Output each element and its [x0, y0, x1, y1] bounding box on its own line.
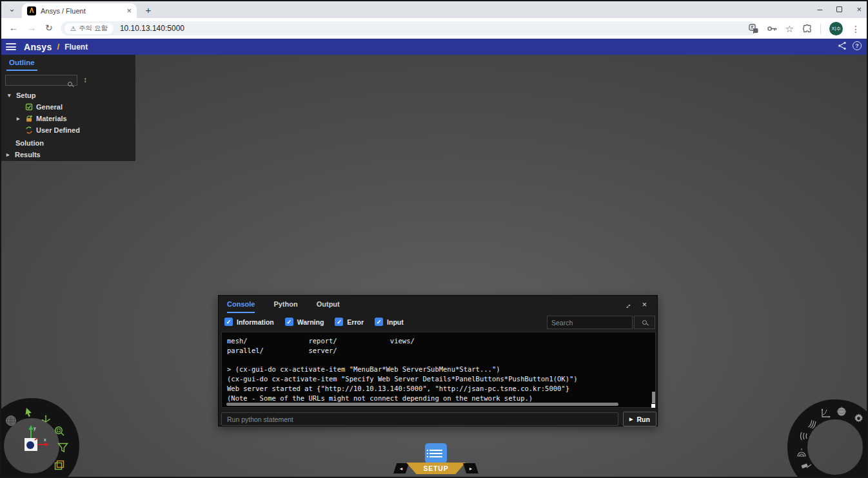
tab-python[interactable]: Python — [273, 300, 297, 313]
forward-icon[interactable]: → — [27, 23, 36, 33]
console-search-input[interactable] — [547, 316, 633, 329]
translate-icon[interactable] — [749, 24, 758, 33]
browser-window: ⌄ Λ Ansys / Fluent × + – × ← → ↻ ⚠ 주의 요함… — [0, 0, 868, 478]
password-key-icon[interactable] — [767, 24, 777, 33]
tab-console[interactable]: Console — [227, 300, 255, 313]
tree-label: User Defined — [36, 126, 80, 134]
app-header: Ansys / Fluent ? — [1, 39, 867, 55]
general-icon — [25, 103, 33, 111]
checkbox-checked-icon[interactable]: ✓ — [285, 318, 293, 326]
filter-input[interactable]: ✓ Input — [375, 318, 404, 326]
filter-label: Information — [237, 318, 274, 326]
checkbox-checked-icon[interactable]: ✓ — [335, 318, 343, 326]
tree-item-materials[interactable]: ▸ Materials — [17, 113, 67, 124]
console-search-button[interactable] — [634, 316, 655, 329]
zoom-box-icon[interactable] — [54, 426, 65, 437]
tree-item-setup[interactable]: ▾ Setup — [8, 90, 36, 100]
url-text[interactable]: 10.10.13.140:5000 — [120, 24, 184, 33]
scrollbar-corner — [651, 404, 655, 408]
share-icon[interactable] — [838, 41, 847, 50]
checkbox-checked-icon[interactable]: ✓ — [224, 318, 233, 326]
horizontal-scrollbar[interactable] — [226, 403, 618, 406]
panel-expand-icon[interactable]: ↔ — [622, 300, 633, 311]
run-label: Run — [636, 416, 649, 423]
tree-item-general[interactable]: General — [25, 102, 63, 112]
brand-divider: / — [57, 42, 60, 52]
streamlines-icon[interactable] — [807, 419, 817, 429]
svg-text:x: x — [44, 437, 46, 442]
ansys-favicon: Λ — [27, 6, 36, 15]
axis-triad: y x — [15, 421, 52, 457]
workflow-step-badge[interactable]: SETUP — [406, 463, 466, 474]
tab-list-chevron-icon[interactable]: ⌄ — [8, 4, 15, 14]
address-bar[interactable]: ⚠ 주의 요함 10.10.13.140:5000 — [61, 21, 757, 35]
play-icon: ▶ — [629, 417, 633, 422]
tab-close-icon[interactable]: × — [126, 6, 132, 15]
filter-label: Input — [387, 318, 404, 326]
workflow-steps-button[interactable] — [425, 443, 447, 463]
search-icon[interactable] — [68, 82, 72, 86]
checkbox-checked-icon[interactable]: ✓ — [375, 318, 383, 326]
materials-icon — [25, 115, 33, 122]
search-icon — [642, 320, 647, 325]
sphere-icon[interactable] — [836, 406, 847, 417]
window-minimize-icon[interactable]: – — [818, 4, 823, 14]
tree-item-results[interactable]: ▸ Results — [6, 149, 41, 160]
help-icon[interactable]: ? — [853, 41, 862, 50]
tab-output[interactable]: Output — [317, 300, 340, 313]
tree-label: General — [36, 103, 63, 111]
pointer-icon[interactable] — [25, 407, 34, 418]
console-output-text: mesh/ report/ views/ parallel/ server/ >… — [222, 332, 655, 407]
filter-warning[interactable]: ✓ Warning — [285, 318, 324, 326]
copy-layers-icon[interactable] — [54, 460, 64, 470]
contour-icon[interactable] — [796, 448, 807, 457]
browser-menu-kebab-icon[interactable]: ⋮ — [851, 24, 860, 33]
caret-right-icon[interactable]: ▸ — [6, 151, 12, 158]
vortex-icon[interactable] — [799, 431, 809, 441]
tree-label: Setup — [16, 91, 36, 99]
outline-panel: Outline ↕ ▾ Setup General ▸ Materials Us… — [1, 55, 135, 161]
run-button[interactable]: ▶ Run — [623, 412, 656, 426]
clip-plane-icon[interactable] — [801, 461, 812, 470]
brand-logo: Ansys — [24, 42, 52, 52]
security-chip-label: 주의 요함 — [79, 24, 108, 33]
plot-axes-icon[interactable] — [820, 408, 831, 419]
window-maximize-icon[interactable] — [836, 6, 842, 12]
reload-icon[interactable]: ↻ — [45, 23, 53, 33]
gear-icon[interactable] — [853, 413, 864, 424]
outline-tab-underline — [6, 70, 37, 71]
tab-outline[interactable]: Outline — [9, 59, 35, 66]
window-close-icon[interactable]: × — [856, 5, 862, 14]
svg-text:y: y — [34, 426, 36, 431]
caret-down-icon[interactable]: ▾ — [8, 92, 13, 99]
python-statement-input[interactable] — [221, 412, 618, 426]
expand-collapse-all-icon[interactable]: ↕ — [83, 75, 87, 84]
profile-avatar[interactable]: 지수 — [829, 22, 843, 35]
browser-toolbar: ← → ↻ ⚠ 주의 요함 10.10.13.140:5000 ☆ 지수 ⋮ — [1, 18, 867, 39]
filter-label: Error — [347, 318, 364, 326]
vertical-scrollbar[interactable] — [652, 392, 655, 403]
user-defined-icon — [25, 126, 33, 134]
tree-item-solution[interactable]: Solution — [15, 138, 44, 148]
tab-title: Ansys / Fluent — [41, 7, 124, 15]
extensions-icon[interactable] — [802, 24, 812, 33]
security-chip[interactable]: ⚠ 주의 요함 — [64, 23, 113, 34]
filter-information[interactable]: ✓ Information — [224, 318, 274, 326]
bookmark-star-icon[interactable]: ☆ — [785, 24, 794, 33]
browser-tab-strip: ⌄ Λ Ansys / Fluent × + – × — [1, 1, 867, 18]
hamburger-menu-icon[interactable] — [6, 43, 16, 50]
caret-right-icon[interactable]: ▸ — [17, 115, 22, 122]
console-panel: Console Python Output ↔ × ✓ Information … — [218, 295, 658, 426]
console-output[interactable]: mesh/ report/ views/ parallel/ server/ >… — [221, 332, 656, 408]
filter-funnel-icon[interactable] — [57, 443, 68, 453]
tree-search-input[interactable] — [5, 75, 77, 86]
new-tab-button[interactable]: + — [143, 5, 154, 15]
tree-item-user-defined[interactable]: User Defined — [25, 125, 80, 135]
list-icon — [429, 450, 442, 451]
panel-close-icon[interactable]: × — [642, 300, 647, 309]
browser-tab[interactable]: Λ Ansys / Fluent × — [22, 3, 137, 18]
back-icon[interactable]: ← — [9, 23, 18, 33]
toolbar-divider — [820, 24, 821, 34]
filter-error[interactable]: ✓ Error — [335, 318, 364, 326]
tree-label: Solution — [15, 139, 44, 147]
